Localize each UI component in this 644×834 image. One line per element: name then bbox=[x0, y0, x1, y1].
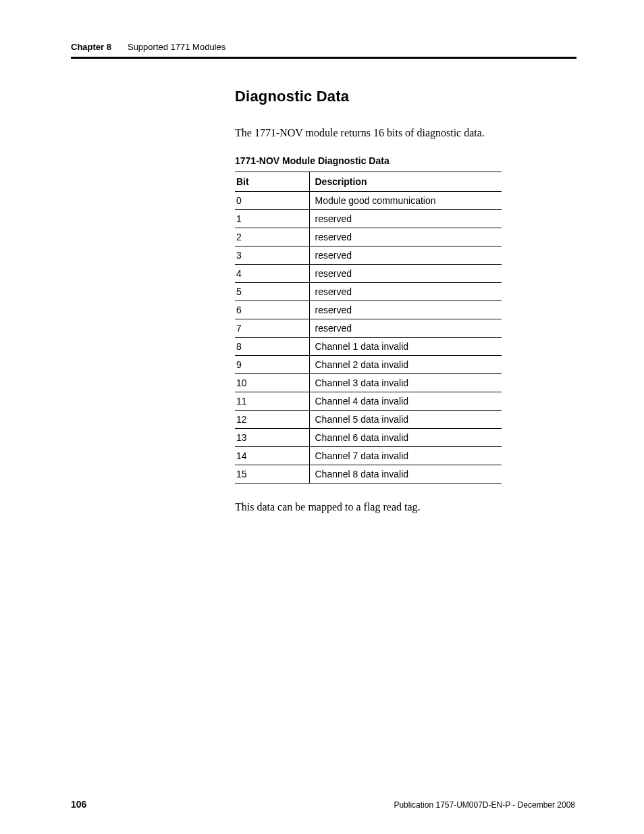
table-row: 7reserved bbox=[235, 319, 502, 338]
table-row: 14Channel 7 data invalid bbox=[235, 447, 502, 465]
cell-desc: Channel 2 data invalid bbox=[309, 356, 502, 374]
table-row: 3reserved bbox=[235, 246, 502, 265]
table-row: 13Channel 6 data invalid bbox=[235, 429, 502, 447]
cell-bit: 4 bbox=[235, 265, 309, 283]
section-heading: Diagnostic Data bbox=[235, 88, 505, 105]
col-header-bit: Bit bbox=[235, 172, 309, 192]
chapter-title: Supported 1771 Modules bbox=[128, 42, 225, 52]
cell-desc: Channel 5 data invalid bbox=[309, 411, 502, 429]
col-header-description: Description bbox=[309, 172, 502, 192]
cell-desc: reserved bbox=[309, 246, 502, 265]
cell-desc: reserved bbox=[309, 228, 502, 246]
cell-bit: 0 bbox=[235, 192, 309, 210]
cell-bit: 12 bbox=[235, 411, 309, 429]
table-row: 11Channel 4 data invalid bbox=[235, 392, 502, 411]
cell-desc: Module good communication bbox=[309, 192, 502, 210]
table-row: 15Channel 8 data invalid bbox=[235, 465, 502, 484]
cell-bit: 15 bbox=[235, 465, 309, 484]
cell-desc: reserved bbox=[309, 301, 502, 319]
table-row: 8Channel 1 data invalid bbox=[235, 338, 502, 356]
cell-bit: 5 bbox=[235, 283, 309, 301]
cell-desc: Channel 6 data invalid bbox=[309, 429, 502, 447]
publication-info: Publication 1757-UM007D-EN-P - December … bbox=[394, 800, 575, 810]
cell-desc: Channel 1 data invalid bbox=[309, 338, 502, 356]
page-number: 106 bbox=[71, 799, 86, 810]
cell-bit: 7 bbox=[235, 319, 309, 338]
cell-bit: 2 bbox=[235, 228, 309, 246]
table-row: 10Channel 3 data invalid bbox=[235, 374, 502, 392]
cell-bit: 13 bbox=[235, 429, 309, 447]
diagnostic-table: Bit Description 0Module good communicati… bbox=[235, 172, 502, 484]
main-content: Diagnostic Data The 1771-NOV module retu… bbox=[235, 88, 505, 530]
table-row: 12Channel 5 data invalid bbox=[235, 411, 502, 429]
cell-bit: 3 bbox=[235, 246, 309, 265]
cell-bit: 11 bbox=[235, 392, 309, 411]
cell-bit: 14 bbox=[235, 447, 309, 465]
table-row: 0Module good communication bbox=[235, 192, 502, 210]
table-title: 1771-NOV Module Diagnostic Data bbox=[235, 155, 505, 166]
table-row: 1reserved bbox=[235, 210, 502, 228]
cell-bit: 6 bbox=[235, 301, 309, 319]
cell-bit: 9 bbox=[235, 356, 309, 374]
outro-paragraph: This data can be mapped to a flag read t… bbox=[235, 500, 505, 515]
table-row: 4reserved bbox=[235, 265, 502, 283]
cell-bit: 10 bbox=[235, 374, 309, 392]
chapter-label: Chapter 8 bbox=[71, 42, 111, 52]
cell-desc: reserved bbox=[309, 319, 502, 338]
cell-desc: reserved bbox=[309, 265, 502, 283]
table-row: 6reserved bbox=[235, 301, 502, 319]
cell-desc: reserved bbox=[309, 210, 502, 228]
table-row: 9Channel 2 data invalid bbox=[235, 356, 502, 374]
header-rule bbox=[71, 57, 576, 59]
cell-bit: 8 bbox=[235, 338, 309, 356]
cell-bit: 1 bbox=[235, 210, 309, 228]
cell-desc: reserved bbox=[309, 283, 502, 301]
table-row: 2reserved bbox=[235, 228, 502, 246]
intro-paragraph: The 1771-NOV module returns 16 bits of d… bbox=[235, 126, 505, 140]
cell-desc: Channel 4 data invalid bbox=[309, 392, 502, 411]
cell-desc: Channel 7 data invalid bbox=[309, 447, 502, 465]
cell-desc: Channel 3 data invalid bbox=[309, 374, 502, 392]
table-header-row: Bit Description bbox=[235, 172, 502, 192]
table-row: 5reserved bbox=[235, 283, 502, 301]
cell-desc: Channel 8 data invalid bbox=[309, 465, 502, 484]
